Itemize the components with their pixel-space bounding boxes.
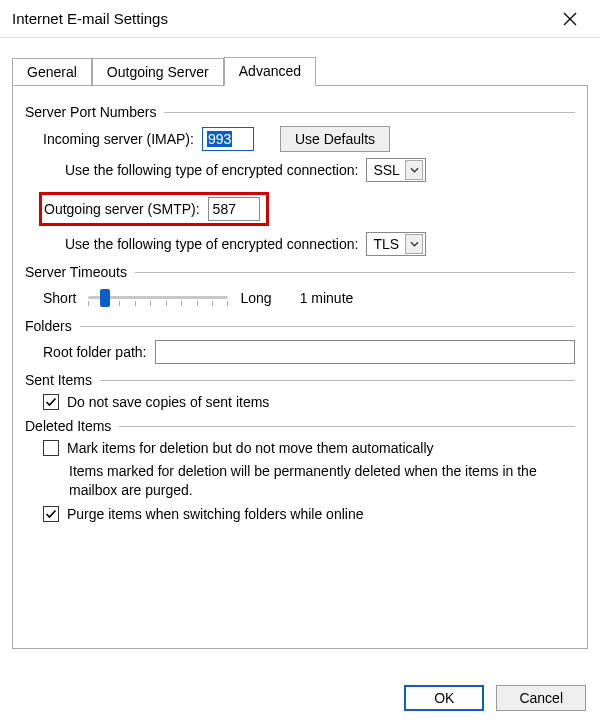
sent-noncopy-label: Do not save copies of sent items xyxy=(67,394,269,410)
incoming-server-label: Incoming server (IMAP): xyxy=(43,131,194,147)
group-timeouts-title: Server Timeouts xyxy=(25,264,127,280)
tab-outgoing-server[interactable]: Outgoing Server xyxy=(92,58,224,86)
close-button[interactable] xyxy=(550,4,590,34)
incoming-encryption-label: Use the following type of encrypted conn… xyxy=(65,162,358,178)
incoming-encryption-select[interactable]: SSL xyxy=(366,158,426,182)
use-defaults-button[interactable]: Use Defaults xyxy=(280,126,390,152)
mark-deletion-label: Mark items for deletion but do not move … xyxy=(67,440,434,456)
outgoing-port-input[interactable] xyxy=(208,197,260,221)
sent-noncopy-checkbox[interactable] xyxy=(43,394,59,410)
timeout-value: 1 minute xyxy=(300,290,354,306)
check-icon xyxy=(45,508,57,520)
timeout-short-label: Short xyxy=(43,290,76,306)
deletion-note: Items marked for deletion will be perman… xyxy=(69,462,575,500)
group-folders-title: Folders xyxy=(25,318,72,334)
root-folder-input[interactable] xyxy=(155,340,575,364)
incoming-port-input[interactable]: 993 xyxy=(202,127,254,151)
divider xyxy=(164,112,575,113)
incoming-encryption-value: SSL xyxy=(373,162,399,178)
tab-general[interactable]: General xyxy=(12,58,92,86)
advanced-panel: Server Port Numbers Incoming server (IMA… xyxy=(12,85,588,649)
mark-deletion-checkbox[interactable] xyxy=(43,440,59,456)
tab-advanced[interactable]: Advanced xyxy=(224,57,316,86)
outgoing-highlight: Outgoing server (SMTP): xyxy=(39,192,269,226)
outgoing-encryption-label: Use the following type of encrypted conn… xyxy=(65,236,358,252)
timeout-long-label: Long xyxy=(240,290,271,306)
divider xyxy=(100,380,575,381)
root-folder-label: Root folder path: xyxy=(43,344,147,360)
dialog-footer: OK Cancel xyxy=(404,685,586,711)
divider xyxy=(80,326,575,327)
timeout-slider[interactable] xyxy=(88,286,228,310)
cancel-button[interactable]: Cancel xyxy=(496,685,586,711)
chevron-down-icon xyxy=(405,160,423,180)
outgoing-encryption-value: TLS xyxy=(373,236,399,252)
divider xyxy=(135,272,575,273)
group-deleted-title: Deleted Items xyxy=(25,418,111,434)
ok-button[interactable]: OK xyxy=(404,685,484,711)
chevron-down-icon xyxy=(405,234,423,254)
outgoing-encryption-select[interactable]: TLS xyxy=(366,232,426,256)
close-icon xyxy=(563,12,577,26)
window-title: Internet E-mail Settings xyxy=(12,10,168,27)
tab-row: General Outgoing Server Advanced xyxy=(0,38,600,85)
divider xyxy=(119,426,575,427)
purge-checkbox[interactable] xyxy=(43,506,59,522)
group-sent-title: Sent Items xyxy=(25,372,92,388)
group-server-ports-title: Server Port Numbers xyxy=(25,104,156,120)
outgoing-server-label: Outgoing server (SMTP): xyxy=(44,201,200,217)
purge-label: Purge items when switching folders while… xyxy=(67,506,363,522)
incoming-port-value: 993 xyxy=(207,131,232,147)
check-icon xyxy=(45,396,57,408)
